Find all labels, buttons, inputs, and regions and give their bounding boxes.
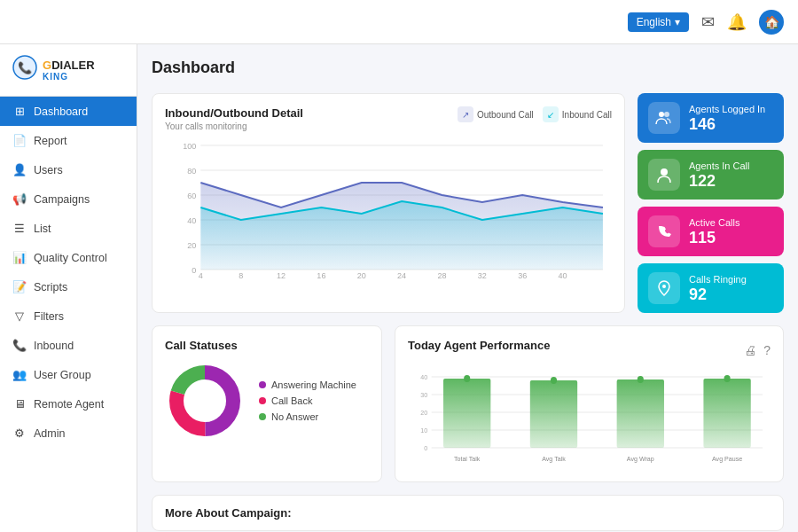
svg-text:20: 20 (420, 409, 427, 418)
sidebar-item-users[interactable]: 👤 Users (0, 155, 137, 184)
sidebar-item-list[interactable]: ☰ List (0, 214, 137, 243)
agents-in-call-card: Agents In Call 122 (638, 150, 784, 200)
report-icon: 📄 (12, 134, 27, 147)
scripts-icon: 📝 (12, 280, 27, 293)
sidebar-item-admin[interactable]: ⚙ Admin (0, 419, 137, 448)
donut-chart (165, 361, 245, 441)
agents-in-call-label: Agents In Call (689, 160, 749, 171)
line-chart-svg: 100 80 60 40 20 0 4 8 12 16 20 24 28 32 … (165, 137, 612, 278)
sidebar-item-scripts[interactable]: 📝 Scripts (0, 272, 137, 301)
campaign-title: More About Campaign: (165, 506, 771, 520)
campaign-card: More About Campaign: (152, 495, 784, 531)
svg-text:8: 8 (239, 271, 243, 278)
svg-text:36: 36 (518, 271, 527, 278)
svg-point-28 (661, 168, 668, 176)
donut-legend: Answering Machine Call Back No Answer (259, 379, 356, 422)
svg-text:📞: 📞 (18, 60, 33, 75)
print-icon[interactable]: 🖨 (744, 343, 756, 357)
svg-rect-46 (617, 379, 664, 448)
user-group-icon: 👥 (12, 368, 27, 381)
language-button[interactable]: English ▾ (628, 12, 689, 32)
calls-ringing-card: Calls Ringing 92 (638, 263, 784, 313)
svg-point-48 (464, 375, 470, 382)
svg-text:40: 40 (187, 216, 196, 225)
svg-text:40: 40 (559, 271, 567, 278)
call-statuses-title: Call Statuses (165, 339, 369, 352)
svg-text:4: 4 (199, 271, 203, 278)
main-content: Dashboard Inbound/Outbound Detail Your c… (137, 44, 798, 532)
outbound-legend-icon: ↗ (458, 106, 473, 122)
no-answer-dot (259, 413, 266, 420)
logo-icon: 📞 (12, 55, 37, 85)
top-row: Inbound/Outbound Detail Your calls monit… (152, 93, 784, 313)
logo-name: GDIALER (43, 59, 95, 73)
logo-area: 📞 GDIALER KING (0, 44, 137, 97)
svg-rect-45 (530, 380, 577, 448)
sidebar-item-quality-control[interactable]: 📊 Quality Control (0, 243, 137, 272)
svg-point-51 (724, 375, 731, 382)
performance-title: Today Agent Performance (408, 339, 550, 352)
admin-icon: ⚙ (12, 426, 27, 440)
svg-text:28: 28 (437, 271, 446, 278)
performance-chart-svg: 40 30 20 10 0 (408, 368, 771, 466)
sidebar-item-filters[interactable]: ▽ Filters (0, 301, 137, 331)
active-calls-card: Active Calls 115 (638, 207, 784, 256)
help-icon[interactable]: ? (763, 343, 771, 357)
call-back-dot (259, 397, 266, 404)
agents-logged-card: Agents Logged In 146 (638, 93, 784, 143)
svg-text:Total Talk: Total Talk (454, 455, 481, 464)
svg-text:32: 32 (478, 271, 487, 278)
remote-agent-icon: 🖥 (12, 397, 27, 411)
sidebar-item-campaigns[interactable]: 📢 Campaigns (0, 184, 137, 214)
svg-text:0: 0 (424, 444, 427, 453)
mail-icon[interactable]: ✉ (701, 12, 715, 32)
inbound-legend-icon: ↙ (543, 106, 559, 122)
performance-header: Today Agent Performance 🖨 ? (408, 339, 771, 361)
chart-legend: ↗ Outbound Call ↙ Inbound Call (458, 106, 612, 122)
lang-label: English (637, 16, 671, 28)
call-statuses-card: Call Statuses (152, 325, 382, 482)
svg-point-33 (185, 381, 224, 420)
inbound-outbound-chart-card: Inbound/Outbound Detail Your calls monit… (152, 93, 625, 313)
legend-answering-machine: Answering Machine (259, 379, 356, 390)
sidebar-item-dashboard[interactable]: ⊞ Dashboard (0, 97, 137, 126)
svg-text:100: 100 (183, 142, 196, 151)
list-icon: ☰ (12, 222, 27, 235)
sidebar-nav: ⊞ Dashboard 📄 Report 👤 Users 📢 Campaigns… (0, 97, 137, 448)
calls-ringing-value: 92 (689, 286, 747, 302)
page-title: Dashboard (152, 59, 784, 77)
sidebar-item-inbound[interactable]: 📞 Inbound (0, 331, 137, 360)
svg-text:10: 10 (420, 426, 427, 435)
topbar: English ▾ ✉ 🔔 🏠 (0, 0, 798, 44)
active-calls-label: Active Calls (689, 217, 739, 228)
agents-logged-icon (648, 102, 680, 134)
svg-text:40: 40 (420, 373, 427, 382)
svg-text:60: 60 (187, 192, 196, 200)
performance-card: Today Agent Performance 🖨 ? (395, 325, 784, 482)
svg-point-29 (662, 285, 666, 288)
svg-text:24: 24 (397, 271, 406, 278)
stat-cards-column: Agents Logged In 146 Agents In Call 122 (638, 93, 784, 313)
sidebar-item-report[interactable]: 📄 Report (0, 126, 137, 155)
calls-ringing-label: Calls Ringing (689, 274, 747, 285)
chart-header: Inbound/Outbound Detail Your calls monit… (165, 106, 612, 131)
filters-icon: ▽ (12, 309, 27, 323)
topbar-actions: English ▾ ✉ 🔔 🏠 (628, 10, 784, 35)
svg-text:Avg Wrap: Avg Wrap (627, 455, 654, 464)
inbound-icon: 📞 (12, 339, 27, 352)
performance-actions: 🖨 ? (744, 343, 771, 357)
users-icon: 👤 (12, 163, 27, 176)
sidebar-item-remote-agent[interactable]: 🖥 Remote Agent (0, 389, 137, 419)
agents-logged-label: Agents Logged In (689, 104, 765, 114)
svg-point-27 (664, 112, 669, 117)
svg-rect-47 (703, 379, 750, 448)
svg-text:Avg Pause: Avg Pause (712, 455, 742, 464)
sidebar-item-user-group[interactable]: 👥 User Group (0, 360, 137, 389)
chart-title: Inbound/Outbound Detail (165, 106, 303, 120)
svg-text:0: 0 (192, 266, 196, 275)
bell-icon[interactable]: 🔔 (727, 12, 747, 32)
svg-rect-44 (443, 379, 490, 448)
home-button[interactable]: 🏠 (759, 10, 784, 35)
legend-outbound: ↗ Outbound Call (458, 106, 534, 122)
svg-point-49 (551, 377, 557, 384)
